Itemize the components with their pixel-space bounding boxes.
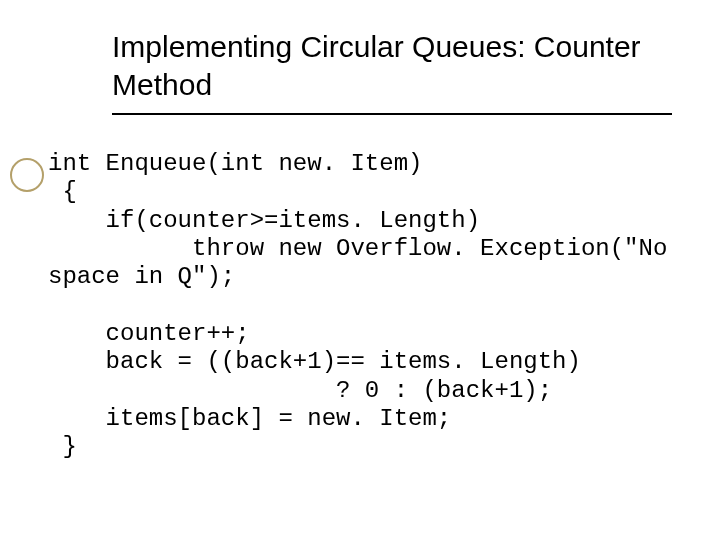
- title-block: Implementing Circular Queues: Counter Me…: [112, 28, 672, 115]
- code-line: ? 0 : (back+1);: [48, 377, 552, 404]
- code-line: {: [48, 178, 77, 205]
- code-line: space in Q");: [48, 263, 235, 290]
- code-block: int Enqueue(int new. Item) { if(counter>…: [48, 150, 688, 461]
- code-line: int Enqueue(int new. Item): [48, 150, 422, 177]
- title-divider: [112, 113, 672, 115]
- code-line: counter++;: [48, 320, 250, 347]
- code-line: if(counter>=items. Length): [48, 207, 480, 234]
- slide-title: Implementing Circular Queues: Counter Me…: [112, 28, 672, 103]
- bullet-circle-icon: [10, 158, 44, 192]
- code-line: }: [48, 433, 77, 460]
- code-line: throw new Overflow. Exception("No: [48, 235, 667, 262]
- code-line: items[back] = new. Item;: [48, 405, 451, 432]
- code-line: back = ((back+1)== items. Length): [48, 348, 581, 375]
- slide: Implementing Circular Queues: Counter Me…: [0, 0, 720, 540]
